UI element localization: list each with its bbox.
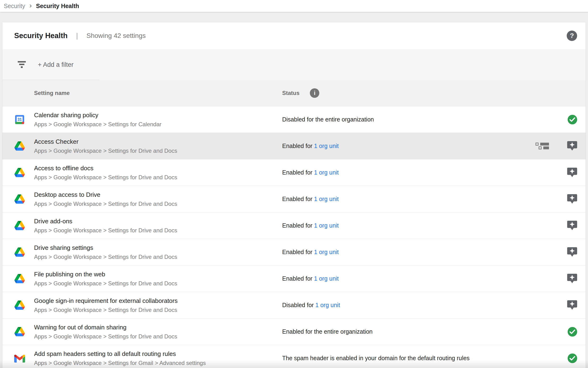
setting-name: Access to offline docs: [34, 165, 177, 172]
breadcrumb-security-link[interactable]: Security: [4, 3, 25, 9]
org-unit-link[interactable]: 1 org unit: [314, 196, 339, 202]
calendar-icon: 31: [14, 115, 25, 125]
svg-text:31: 31: [18, 117, 22, 121]
status-text: Enabled for the entire organization: [282, 328, 373, 335]
org-unit-link[interactable]: 1 org unit: [314, 169, 339, 176]
org-unit-link[interactable]: 1 org unit: [315, 302, 340, 308]
status-text: Enabled for: [282, 196, 314, 202]
setting-name: File publishing on the web: [34, 271, 177, 278]
table-column-header: Setting name Status i: [2, 80, 586, 106]
table-row[interactable]: 31 Calendar sharing policy Apps > Google…: [2, 106, 586, 133]
drive-icon: [14, 327, 25, 336]
setting-path: Apps > Google Workspace > Settings for D…: [34, 307, 178, 313]
chevron-right-icon: ›: [29, 2, 32, 9]
status-text: Enabled for: [282, 143, 314, 149]
recommendation-badge-icon[interactable]: [567, 300, 578, 311]
org-unit-link[interactable]: 1 org unit: [314, 275, 339, 282]
drive-icon: [14, 221, 25, 230]
help-icon[interactable]: ?: [567, 31, 577, 41]
status-ok-icon: [567, 114, 578, 125]
title-separator: |: [76, 32, 78, 40]
recommendation-badge-icon[interactable]: [567, 247, 578, 258]
breadcrumb-current-page: Security Health: [36, 3, 79, 9]
setting-path: Apps > Google Workspace > Settings for D…: [34, 280, 177, 287]
setting-path: Apps > Google Workspace > Settings for D…: [34, 254, 177, 260]
card-header: Security Health | Showing 42 settings ?: [2, 22, 586, 49]
status-text: The spam header is enabled in your domai…: [282, 355, 470, 361]
breadcrumb: Security › Security Health: [0, 0, 588, 12]
drive-icon: [14, 141, 25, 151]
recommendation-badge-icon[interactable]: [567, 167, 578, 178]
settings-table: 31 Calendar sharing policy Apps > Google…: [2, 106, 586, 368]
recommendation-badge-icon[interactable]: [567, 141, 578, 151]
org-unit-link[interactable]: 1 org unit: [314, 143, 339, 149]
info-icon[interactable]: i: [310, 88, 319, 98]
setting-name: Warning for out of domain sharing: [34, 324, 177, 331]
status-column-header: Status: [282, 90, 299, 96]
filter-divider: [2, 80, 99, 80]
table-row[interactable]: Drive add-ons Apps > Google Workspace > …: [2, 212, 586, 239]
gmail-icon: [14, 354, 25, 363]
table-row[interactable]: Add spam headers setting to all default …: [2, 345, 586, 368]
filter-icon[interactable]: [18, 60, 26, 69]
status-ok-icon: [567, 353, 578, 364]
setting-path: Apps > Google Workspace > Settings for D…: [34, 227, 177, 234]
rules-list-icon[interactable]: [535, 143, 549, 150]
table-row[interactable]: Google sign-in requirement for external …: [2, 292, 586, 318]
status-text: Enabled for: [282, 275, 314, 282]
status-ok-icon: [567, 327, 578, 337]
add-filter-button[interactable]: + Add a filter: [38, 61, 74, 68]
table-row[interactable]: Access Checker Apps > Google Workspace >…: [2, 133, 586, 159]
org-unit-link[interactable]: 1 org unit: [314, 249, 339, 255]
table-row[interactable]: Warning for out of domain sharing Apps >…: [2, 318, 586, 345]
drive-icon: [14, 168, 25, 177]
security-health-card: Security Health | Showing 42 settings ? …: [2, 22, 586, 368]
setting-path: Apps > Google Workspace > Settings for D…: [34, 333, 177, 340]
filter-bar: + Add a filter: [2, 49, 586, 80]
drive-icon: [14, 301, 25, 310]
setting-path: Apps > Google Workspace > Settings for D…: [34, 201, 177, 207]
settings-count: Showing 42 settings: [87, 32, 146, 39]
setting-path: Apps > Google Workspace > Settings for D…: [34, 174, 177, 181]
setting-name: Desktop access to Drive: [34, 191, 177, 198]
table-row[interactable]: Access to offline docs Apps > Google Wor…: [2, 159, 586, 186]
recommendation-badge-icon[interactable]: [567, 194, 578, 204]
status-text: Enabled for: [282, 169, 314, 176]
setting-path: Apps > Google Workspace > Settings for C…: [34, 121, 162, 128]
setting-name: Add spam headers setting to all default …: [34, 350, 206, 358]
setting-path: Apps > Google Workspace > Settings for G…: [34, 360, 206, 366]
org-unit-link[interactable]: 1 org unit: [314, 222, 339, 229]
status-text: Enabled for: [282, 222, 314, 229]
table-row[interactable]: File publishing on the web Apps > Google…: [2, 265, 586, 292]
drive-icon: [14, 248, 25, 257]
status-text: Enabled for: [282, 249, 314, 255]
setting-name: Calendar sharing policy: [34, 111, 162, 119]
setting-name: Access Checker: [34, 138, 177, 145]
setting-name-column-header: Setting name: [2, 90, 282, 96]
page-title: Security Health: [14, 31, 68, 40]
setting-path: Apps > Google Workspace > Settings for D…: [34, 147, 177, 154]
table-row[interactable]: Desktop access to Drive Apps > Google Wo…: [2, 186, 586, 212]
table-row[interactable]: Drive sharing settings Apps > Google Wor…: [2, 239, 586, 265]
drive-icon: [14, 194, 25, 204]
status-text: Disabled for the entire organization: [282, 116, 374, 123]
setting-name: Google sign-in requirement for external …: [34, 297, 178, 304]
recommendation-badge-icon[interactable]: [567, 220, 578, 231]
setting-name: Drive sharing settings: [34, 244, 177, 251]
drive-icon: [14, 274, 25, 283]
status-text: Disabled for: [282, 302, 315, 308]
setting-name: Drive add-ons: [34, 218, 177, 225]
recommendation-badge-icon[interactable]: [567, 273, 578, 284]
